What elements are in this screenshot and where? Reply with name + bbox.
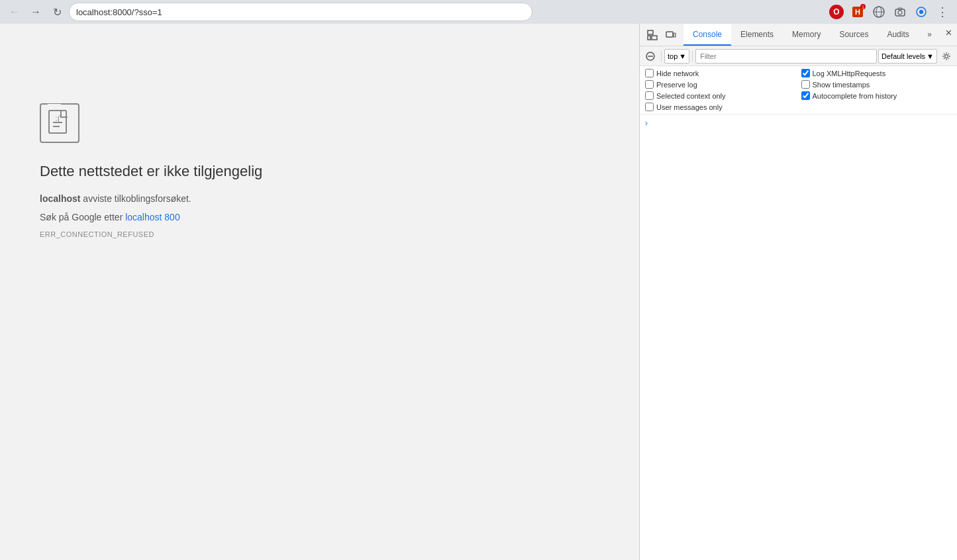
hide-network-checkbox[interactable] <box>645 69 654 77</box>
cb-hide-network: Hide network <box>645 69 796 77</box>
error-title: Dette nettstedet er ikke tilgjengelig <box>40 163 262 180</box>
reload-button[interactable]: ↻ <box>48 3 66 21</box>
svg-rect-17 <box>666 32 673 37</box>
svg-text:H: H <box>855 8 860 16</box>
context-selector[interactable]: top ▼ <box>664 49 689 64</box>
device-toolbar-button[interactable] <box>662 26 680 44</box>
filter-input[interactable] <box>695 49 877 64</box>
selected-context-label[interactable]: Selected context only <box>656 92 726 100</box>
devtools-toolbar: top ▼ Default levels ▼ <box>640 46 957 66</box>
globe-icon[interactable] <box>870 3 888 21</box>
svg-rect-18 <box>674 33 676 37</box>
cb-autocomplete: Autocomplete from history <box>801 91 952 100</box>
browser-chrome: ← → ↻ localhost:8000/?sso=1 O H 1 <box>0 0 957 24</box>
devtools-checkboxes: Hide network Log XMLHttpRequests Preserv… <box>640 66 957 115</box>
page-content: :( Dette nettstedet er ikke tilgjengelig… <box>0 24 639 560</box>
show-timestamps-label[interactable]: Show timestamps <box>813 81 870 89</box>
search-link[interactable]: localhost 800 <box>125 212 180 222</box>
devtools-tab-icon-group <box>640 24 683 46</box>
opera-icon[interactable]: O <box>827 3 846 21</box>
cb-selected-context: Selected context only <box>645 91 796 100</box>
camera-icon[interactable] <box>891 3 909 21</box>
default-levels-selector[interactable]: Default levels ▼ <box>878 49 937 64</box>
svg-point-6 <box>898 11 902 15</box>
menu-icon[interactable]: ⋮ <box>933 3 952 21</box>
svg-rect-14 <box>648 30 653 34</box>
extension-icon[interactable] <box>912 3 931 21</box>
preserve-log-checkbox[interactable] <box>645 80 654 89</box>
back-button[interactable]: ← <box>5 3 24 21</box>
error-icon: :( <box>40 103 79 143</box>
svg-point-21 <box>945 54 948 58</box>
address-bar[interactable]: localhost:8000/?sso=1 <box>69 3 532 21</box>
svg-rect-15 <box>648 36 650 40</box>
svg-point-9 <box>919 10 923 14</box>
error-code: ERR_CONNECTION_REFUSED <box>40 230 262 238</box>
inspect-element-button[interactable] <box>644 26 661 44</box>
selected-context-checkbox[interactable] <box>645 91 654 100</box>
tab-sources[interactable]: Sources <box>830 24 878 46</box>
main-area: :( Dette nettstedet er ikke tilgjengelig… <box>0 24 957 560</box>
svg-rect-16 <box>652 36 657 40</box>
hide-network-label[interactable]: Hide network <box>656 70 699 77</box>
autocomplete-label[interactable]: Autocomplete from history <box>813 92 897 100</box>
badge-icon[interactable]: H 1 <box>848 3 867 21</box>
error-search: Søk på Google etter localhost 800 <box>40 212 262 222</box>
tab-audits[interactable]: Audits <box>878 24 918 46</box>
tab-elements[interactable]: Elements <box>731 24 783 46</box>
log-xmlhttp-label[interactable]: Log XMLHttpRequests <box>813 70 886 77</box>
cb-preserve-log: Preserve log <box>645 80 796 89</box>
show-timestamps-checkbox[interactable] <box>801 80 810 89</box>
devtools-console-area: › <box>640 115 957 560</box>
devtools-close-button[interactable]: ✕ <box>940 24 957 41</box>
console-prompt[interactable]: › <box>642 117 954 129</box>
tab-memory[interactable]: Memory <box>783 24 830 46</box>
cb-log-xmlhttp: Log XMLHttpRequests <box>801 69 952 77</box>
clear-console-button[interactable] <box>642 48 658 64</box>
url-display: localhost:8000/?sso=1 <box>76 7 162 17</box>
tab-console[interactable]: Console <box>683 24 731 46</box>
title-bar: ← → ↻ localhost:8000/?sso=1 O H 1 <box>0 0 957 24</box>
log-xmlhttp-checkbox[interactable] <box>801 69 810 77</box>
autocomplete-checkbox[interactable] <box>801 91 810 100</box>
preserve-log-label[interactable]: Preserve log <box>656 81 697 89</box>
cb-show-timestamps: Show timestamps <box>801 80 952 89</box>
svg-text::(: :( <box>55 114 60 123</box>
user-messages-label[interactable]: User messages only <box>656 103 723 111</box>
devtools-tabs: Console Elements Memory Sources Audits »… <box>640 24 957 46</box>
forward-button[interactable]: → <box>26 3 45 21</box>
toolbar-divider-1 <box>661 51 662 62</box>
tab-more[interactable]: » <box>922 24 937 46</box>
toolbar-divider-2 <box>692 51 693 62</box>
browser-icons: O H 1 <box>827 3 952 21</box>
error-description: localhost avviste tilkoblingsforsøket. <box>40 193 262 204</box>
devtools-panel: Console Elements Memory Sources Audits »… <box>639 24 957 560</box>
devtools-settings-button[interactable] <box>938 48 954 64</box>
error-container: :( Dette nettstedet er ikke tilgjengelig… <box>40 103 262 238</box>
user-messages-checkbox[interactable] <box>645 103 654 111</box>
cb-user-messages: User messages only <box>645 103 796 111</box>
